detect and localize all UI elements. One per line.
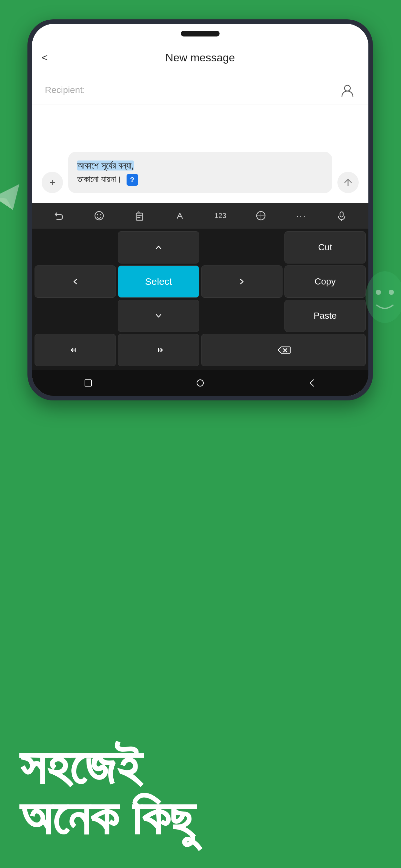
phone-screen: < New message Recipient: + bbox=[32, 24, 368, 396]
nav-bar bbox=[32, 370, 368, 396]
svg-point-13 bbox=[389, 290, 394, 295]
empty-key-2 bbox=[201, 231, 282, 264]
arrow-up-button[interactable] bbox=[118, 231, 199, 264]
empty-key-3 bbox=[35, 300, 116, 332]
bubble-area: + আকাশে সূর্যের বন্যা, তাকানো যায়না। ? bbox=[32, 105, 368, 203]
svg-rect-8 bbox=[340, 212, 343, 217]
copy-button[interactable]: Copy bbox=[284, 266, 366, 298]
emoji-icon[interactable] bbox=[89, 206, 109, 225]
svg-point-4 bbox=[97, 214, 98, 215]
bottom-line1: সহজেই bbox=[19, 740, 401, 792]
message-area: Recipient: + আকাশে সূর্যের বন্যা, তাকানো… bbox=[32, 72, 368, 203]
cut-button[interactable]: Cut bbox=[284, 231, 366, 264]
layout-icon[interactable] bbox=[251, 206, 271, 225]
undo-icon[interactable] bbox=[49, 206, 68, 225]
paper-plane-decoration bbox=[0, 181, 29, 220]
bottom-line2: অনেক কিছু bbox=[19, 792, 401, 842]
bottom-text: সহজেই অনেক কিছু bbox=[19, 740, 401, 842]
empty-key-4 bbox=[201, 300, 282, 332]
home-button[interactable] bbox=[35, 334, 116, 366]
svg-point-5 bbox=[100, 214, 101, 215]
send-button[interactable] bbox=[337, 172, 359, 193]
mic-icon[interactable] bbox=[332, 206, 351, 225]
select-button[interactable]: Select bbox=[118, 266, 199, 298]
text-style-icon[interactable] bbox=[170, 206, 189, 225]
back-nav-button[interactable] bbox=[304, 375, 320, 391]
svg-rect-9 bbox=[85, 380, 91, 386]
back-button[interactable]: < bbox=[42, 52, 48, 64]
status-bar bbox=[32, 24, 368, 43]
delete-button[interactable] bbox=[201, 334, 366, 366]
numbers-label: 123 bbox=[214, 212, 226, 220]
numbers-icon[interactable]: 123 bbox=[211, 206, 230, 225]
message-text-line2: তাকানো যায়না। bbox=[77, 174, 122, 184]
home-nav-button[interactable] bbox=[192, 375, 208, 391]
keyboard-keys: Cut Select Copy bbox=[32, 228, 368, 370]
add-button[interactable]: + bbox=[42, 172, 63, 193]
arrow-left-button[interactable] bbox=[35, 266, 116, 298]
status-pill bbox=[181, 31, 220, 36]
keyboard-toolbar: 123 ··· bbox=[32, 203, 368, 228]
clipboard-icon[interactable] bbox=[130, 206, 149, 225]
empty-key-1 bbox=[35, 231, 116, 264]
svg-point-11 bbox=[366, 271, 401, 323]
svg-point-12 bbox=[376, 290, 381, 295]
paste-button[interactable]: Paste bbox=[284, 300, 366, 332]
page-title: New message bbox=[165, 51, 235, 64]
selected-text: আকাশে সূর্যের বন্যা, bbox=[77, 160, 134, 170]
app-header: < New message bbox=[32, 43, 368, 72]
svg-point-2 bbox=[344, 85, 350, 91]
arrow-down-button[interactable] bbox=[118, 300, 199, 332]
recipient-row[interactable]: Recipient: bbox=[32, 72, 368, 105]
arrow-right-button[interactable] bbox=[201, 266, 282, 298]
question-badge: ? bbox=[127, 174, 138, 186]
message-row: + আকাশে সূর্যের বন্যা, তাকানো যায়না। ? bbox=[42, 152, 359, 193]
square-button[interactable] bbox=[80, 375, 96, 391]
end-button[interactable] bbox=[118, 334, 199, 366]
message-bubble[interactable]: আকাশে সূর্যের বন্যা, তাকানো যায়না। ? bbox=[68, 152, 332, 193]
svg-point-10 bbox=[197, 380, 204, 386]
svg-rect-6 bbox=[136, 213, 143, 220]
face-decoration-right bbox=[362, 265, 401, 330]
keyboard-area: 123 ··· bbox=[32, 203, 368, 396]
more-icon[interactable]: ··· bbox=[291, 206, 311, 225]
phone-frame: < New message Recipient: + bbox=[27, 20, 373, 400]
recipient-label: Recipient: bbox=[45, 85, 333, 95]
contact-icon[interactable] bbox=[339, 82, 356, 98]
